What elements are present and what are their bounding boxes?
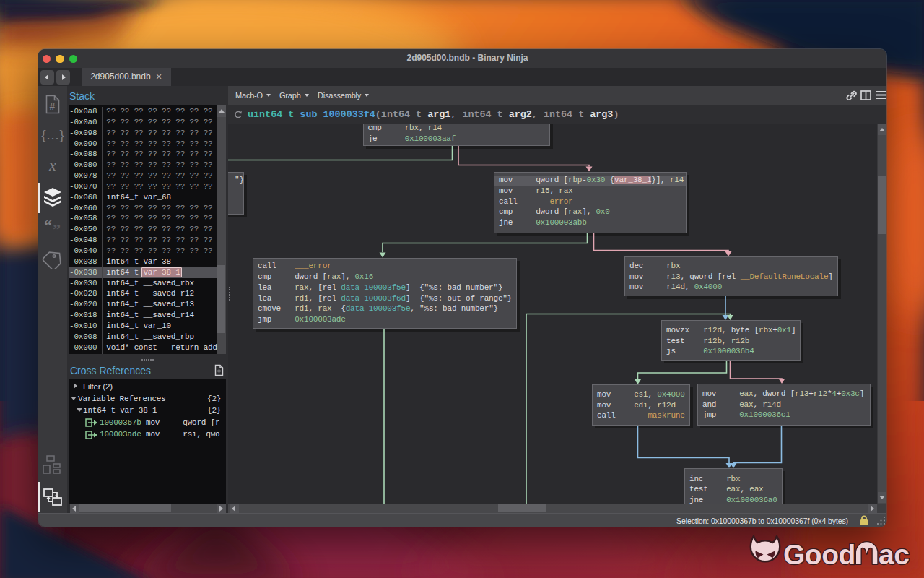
- svg-text:ac: ac: [879, 539, 909, 570]
- svg-text:“: “: [44, 219, 52, 234]
- svg-text:#: #: [50, 100, 56, 112]
- svg-text:”: ”: [53, 220, 61, 238]
- svg-text:Good: Good: [783, 539, 855, 570]
- svg-text:{…}: {…}: [41, 127, 64, 142]
- svg-text:x: x: [48, 156, 56, 174]
